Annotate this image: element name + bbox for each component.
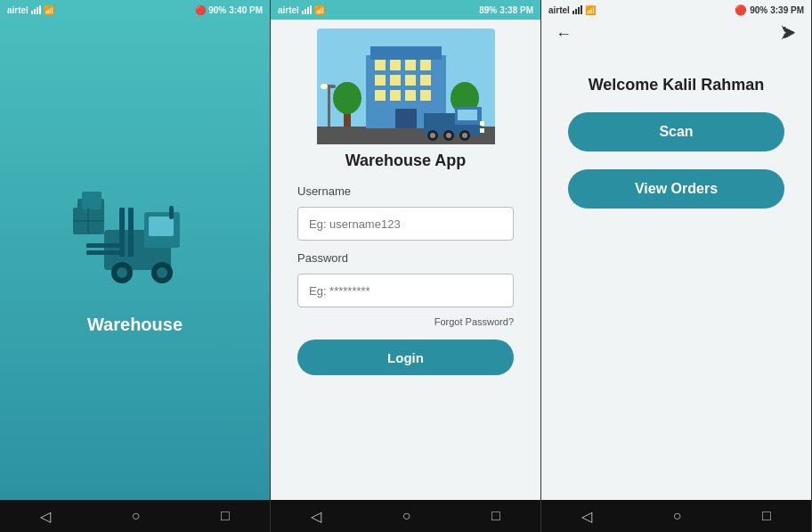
phone2-nav-bar: ◁ ○ □ (271, 500, 540, 532)
username-label: Username (297, 184, 351, 198)
view-orders-button[interactable]: View Orders (568, 169, 784, 209)
phone2-login: airtel 📶 89% 3:38 PM (271, 0, 541, 532)
svg-point-13 (117, 267, 127, 278)
svg-point-42 (430, 133, 435, 138)
svg-rect-16 (169, 206, 174, 219)
home-nav-icon[interactable]: ○ (132, 508, 141, 524)
phone3-header: ← ⮞ (541, 20, 811, 49)
svg-rect-49 (328, 86, 330, 127)
svg-rect-40 (458, 110, 477, 120)
svg-rect-48 (480, 128, 484, 133)
battery-label: 89% (479, 5, 497, 15)
recent-nav-icon[interactable]: □ (491, 508, 500, 524)
recent-nav-icon[interactable]: □ (221, 508, 230, 524)
home-nav-icon[interactable]: ○ (402, 508, 411, 524)
phone1-nav-bar: ◁ ○ □ (0, 500, 270, 532)
warehouse-illustration (317, 29, 495, 144)
svg-rect-8 (86, 243, 122, 248)
login-button[interactable]: Login (297, 340, 514, 375)
svg-rect-24 (420, 60, 431, 70)
back-nav-icon[interactable]: ◁ (581, 508, 592, 525)
svg-rect-7 (149, 217, 174, 236)
phone3-content: Welcome Kalil Rahman Scan View Orders (541, 49, 811, 500)
carrier-label: airtel (548, 5, 570, 15)
signal-bars-icon (31, 5, 41, 14)
username-input[interactable] (297, 207, 514, 241)
battery-label: 90% (208, 5, 226, 15)
time-label: 3:38 PM (499, 5, 533, 15)
phone1-content: Warehouse (0, 20, 270, 500)
signal-bars-icon (302, 5, 312, 14)
time-label: 3:39 PM (770, 5, 804, 15)
phone3-nav-bar: ◁ ○ □ (541, 500, 811, 532)
welcome-heading: Welcome Kalil Rahman (589, 76, 765, 94)
svg-point-44 (446, 133, 451, 138)
forklift-illustration (64, 181, 207, 297)
recent-nav-icon[interactable]: □ (762, 508, 771, 524)
logout-icon[interactable]: ⮞ (781, 25, 797, 44)
back-nav-icon[interactable]: ◁ (311, 508, 321, 525)
bluetooth-icon: 🔴 (195, 5, 206, 15)
phone1-status-bar: airtel 📶 🔴 90% 3:40 PM (0, 0, 270, 20)
phone2-content: Warehouse App Username Password Forgot P… (271, 20, 540, 500)
carrier-label: airtel (7, 5, 28, 15)
bluetooth-icon: 🔴 (735, 4, 747, 16)
wifi-icon: 📶 (44, 5, 54, 15)
svg-point-46 (462, 133, 467, 138)
phone3-status-bar: airtel 📶 🔴 90% 3:39 PM (541, 0, 811, 20)
svg-rect-21 (375, 60, 386, 70)
wifi-icon: 📶 (585, 5, 596, 15)
back-arrow-icon[interactable]: ← (556, 25, 572, 44)
svg-rect-47 (480, 121, 484, 126)
time-label: 3:40 PM (229, 5, 263, 15)
home-nav-icon[interactable]: ○ (673, 508, 682, 524)
phone1-splash: airtel 📶 🔴 90% 3:40 PM (0, 0, 271, 532)
battery-label: 90% (750, 5, 767, 15)
wifi-icon: 📶 (314, 5, 325, 15)
svg-rect-32 (420, 90, 431, 101)
svg-rect-11 (128, 208, 134, 257)
forgot-password-link[interactable]: Forgot Password? (434, 316, 514, 327)
svg-rect-28 (420, 75, 431, 86)
password-label: Password (297, 251, 348, 265)
svg-rect-26 (390, 75, 401, 86)
svg-rect-10 (119, 208, 125, 257)
svg-rect-9 (86, 250, 122, 255)
svg-point-35 (333, 82, 361, 114)
svg-rect-2 (82, 192, 102, 209)
svg-rect-27 (405, 75, 416, 86)
app-name-label: Warehouse (87, 315, 183, 335)
svg-rect-25 (375, 75, 386, 86)
app-title-label: Warehouse App (345, 151, 467, 170)
svg-rect-30 (390, 90, 401, 101)
phone3-dashboard: airtel 📶 🔴 90% 3:39 PM ← ⮞ Welcome Kalil… (541, 0, 812, 532)
svg-point-15 (157, 267, 167, 278)
password-input[interactable] (297, 274, 514, 307)
svg-point-51 (321, 84, 328, 89)
svg-rect-33 (395, 109, 417, 128)
signal-bars-icon (572, 5, 582, 14)
svg-rect-23 (405, 60, 416, 70)
scan-button[interactable]: Scan (568, 112, 784, 151)
svg-rect-29 (375, 90, 386, 101)
svg-rect-20 (370, 46, 442, 60)
svg-rect-22 (390, 60, 401, 70)
back-nav-icon[interactable]: ◁ (40, 508, 51, 525)
svg-rect-31 (405, 90, 416, 101)
phone2-status-bar: airtel 📶 89% 3:38 PM (271, 0, 540, 20)
carrier-label: airtel (278, 5, 299, 15)
